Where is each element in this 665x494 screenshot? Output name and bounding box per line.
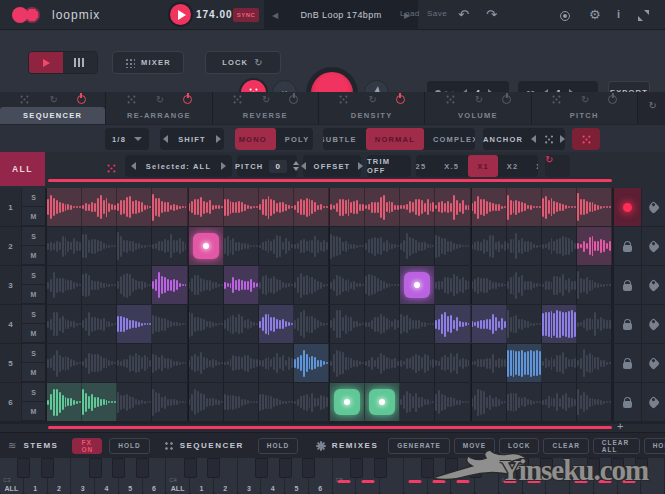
black-key[interactable] [469,458,482,478]
grid-cell[interactable] [400,383,435,421]
grid-cell[interactable] [435,188,470,226]
grid-cell[interactable] [152,227,187,265]
move-button[interactable]: MOVE [454,438,495,454]
hold-button[interactable]: HOLD [644,438,665,454]
track-lock-button[interactable] [612,227,641,265]
grid-cell[interactable] [471,266,507,304]
active-step-pad[interactable] [404,272,430,298]
tab-refresh-icon[interactable]: ↻ [581,95,589,105]
black-key[interactable] [89,458,102,478]
grid-cell[interactable] [365,227,400,265]
tab-pitch[interactable]: ↻PITCH [532,92,638,124]
grid-cell[interactable] [577,266,612,304]
tab-power-icon[interactable] [502,95,511,104]
black-key[interactable] [587,458,600,478]
tab-dice-icon[interactable] [234,96,242,104]
grid-cell[interactable] [471,344,507,382]
generate-button[interactable]: GENERATE [388,438,450,454]
info-icon[interactable]: i [617,7,620,22]
solo-button[interactable]: S [22,266,45,285]
grid-cell[interactable] [329,227,365,265]
selection-dice-icon[interactable] [108,165,116,173]
grid-cell[interactable] [400,188,435,226]
grid-cell[interactable] [329,266,365,304]
mute-button[interactable]: M [22,402,45,421]
tab-dice-icon[interactable] [127,96,135,104]
mute-button[interactable]: M [22,363,45,382]
grid-cell[interactable] [259,344,294,382]
speed-x.5[interactable]: X.5 [435,155,468,177]
grid-cell[interactable] [188,188,224,226]
grid-cell[interactable] [224,344,259,382]
tab-dice-icon[interactable] [340,96,348,104]
black-key[interactable] [255,458,268,478]
black-key[interactable] [540,458,553,478]
tab-power-icon[interactable] [608,95,617,104]
black-key[interactable] [207,458,220,478]
grid-cell[interactable] [47,266,82,304]
loop-range-bar-top[interactable] [48,179,612,182]
normal-button[interactable]: NORMAL [366,128,424,150]
grid-cell[interactable] [188,305,224,343]
tab-refresh-icon[interactable]: ↻ [156,95,164,105]
speed-x4[interactable]: X4 [527,155,538,177]
resize-icon[interactable] [638,9,649,24]
grid-cell[interactable] [117,305,152,343]
grid-cell[interactable] [577,344,612,382]
grid-cell[interactable] [259,266,294,304]
black-key[interactable] [112,458,125,478]
grid-cell[interactable] [400,344,435,382]
mute-button[interactable]: M [22,207,45,226]
grid-cell[interactable] [188,383,224,421]
grid-cell[interactable] [224,188,259,226]
grid-cell[interactable] [188,344,224,382]
grid-cell[interactable] [224,266,259,304]
track-tag-button[interactable] [641,344,665,382]
track-lock-button[interactable] [612,383,641,421]
grid-cell[interactable] [471,227,507,265]
pitch-value[interactable]: 0 [269,160,287,173]
anchor-prev-icon[interactable] [531,135,536,143]
select-all-button[interactable]: ALL [0,152,45,186]
play-mode-icon[interactable] [29,52,63,73]
black-key[interactable] [350,458,363,478]
stems-hold-button[interactable]: HOLD [109,438,149,454]
tab-power-icon[interactable] [396,95,405,104]
grid-cell[interactable] [224,305,259,343]
grid-cell[interactable] [471,188,507,226]
active-step-pad[interactable] [369,389,395,415]
black-key[interactable] [445,458,458,478]
lock-button[interactable]: LOCK ↻ [205,51,281,74]
mono-button[interactable]: MONO [235,128,276,150]
grid-cell[interactable] [577,305,612,343]
tab-re-arrange[interactable]: ↻RE-ARRANGE [106,92,212,124]
grid-cell[interactable] [435,305,470,343]
grid-cell[interactable] [117,383,152,421]
record-icon[interactable] [560,9,570,24]
black-key[interactable] [421,458,434,478]
tab-sequencer[interactable]: ↻SEQUENCER [0,92,106,124]
grid-cell[interactable] [542,383,577,421]
grid-cell[interactable] [47,383,82,421]
grid-cell[interactable] [471,383,507,421]
active-step-pad[interactable] [334,389,360,415]
grid-cell[interactable] [152,188,187,226]
grid-cell[interactable] [542,188,577,226]
grid-cell[interactable] [259,383,294,421]
selected-prev-icon[interactable] [131,162,136,170]
grid-cell[interactable] [259,227,294,265]
grid-cell[interactable] [400,266,435,304]
mute-button[interactable]: M [22,246,45,265]
grid-cell[interactable] [294,344,329,382]
play-mode-toggle[interactable] [28,51,98,74]
grid-cell[interactable] [365,383,400,421]
grid-cell[interactable] [82,344,117,382]
black-key[interactable] [302,458,315,478]
black-key[interactable] [279,458,292,478]
black-key[interactable] [611,458,624,478]
grid-cell[interactable] [259,305,294,343]
grid-cell[interactable] [259,188,294,226]
shift-left-icon[interactable] [163,135,168,143]
load-button[interactable]: Load [400,9,420,18]
add-track-button[interactable]: + [617,420,623,432]
